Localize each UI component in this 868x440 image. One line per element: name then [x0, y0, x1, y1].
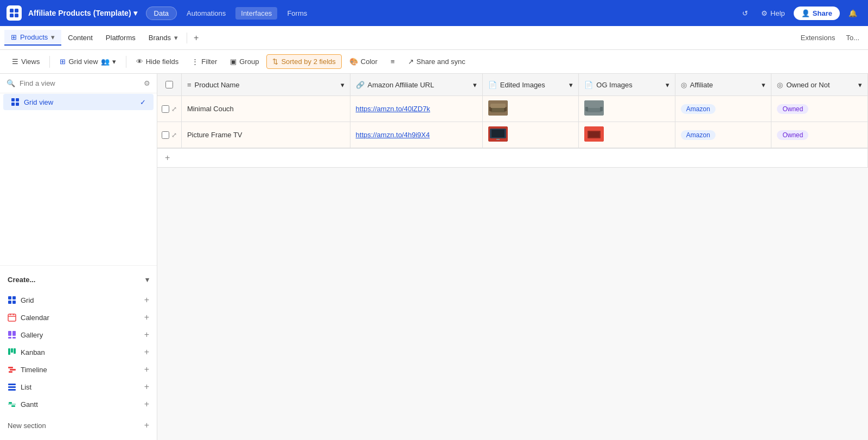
row2-edited-image[interactable] [488, 126, 508, 142]
svg-rect-3 [15, 14, 18, 17]
kanban-create-icon [8, 348, 16, 356]
create-items: Grid + Calendar + [0, 289, 157, 415]
new-section-item[interactable]: New section + [0, 415, 157, 436]
search-input[interactable] [20, 79, 139, 87]
views-button[interactable]: ☰ Views [7, 55, 45, 68]
tab-products[interactable]: ⊞ Products ▾ [4, 30, 61, 46]
color-button[interactable]: 🎨 Color [344, 55, 383, 68]
add-timeline-icon[interactable]: + [144, 365, 149, 374]
hide-fields-button[interactable]: 👁 Hide fields [131, 55, 184, 68]
owned-or-not-header[interactable]: ◎ Owned or Not ▾ [771, 74, 867, 95]
svg-rect-43 [492, 130, 505, 137]
filter-button[interactable]: ⋮ Filter [186, 55, 222, 68]
settings-icon[interactable]: ⚙ [144, 79, 150, 87]
svg-rect-6 [11, 103, 15, 106]
link-field-icon: 🔗 [356, 81, 365, 89]
select-all-input[interactable] [165, 81, 173, 88]
create-kanban-item[interactable]: Kanban + [0, 343, 157, 361]
svg-rect-10 [8, 301, 11, 304]
row1-checkbox[interactable] [162, 105, 169, 113]
row2-og-image[interactable] [584, 126, 604, 142]
help-button[interactable]: ⚙ Help [757, 7, 789, 20]
add-grid-icon[interactable]: + [144, 295, 149, 305]
svg-rect-38 [586, 108, 602, 112]
customize-icon: 👥 [101, 58, 110, 66]
notifications-button[interactable]: 🔔 [844, 7, 861, 20]
gantt-create-icon [8, 400, 16, 409]
sort-button[interactable]: ⇅ Sorted by 2 fields [266, 54, 341, 69]
forms-nav-button[interactable]: Forms [282, 7, 312, 20]
amazon-url-header[interactable]: 🔗 Amazon Affiliate URL ▾ [350, 74, 482, 95]
tab-bar: ⊞ Products ▾ Content Platforms Brands ▾ … [0, 26, 868, 50]
create-list-item[interactable]: List + [0, 378, 157, 396]
tab-platforms[interactable]: Platforms [99, 30, 142, 45]
gallery-create-icon [8, 330, 16, 339]
svg-rect-19 [12, 337, 16, 339]
row1-og-image[interactable] [584, 100, 604, 116]
row2-expand-icon[interactable]: ⤢ [171, 131, 177, 139]
share-sync-button[interactable]: ↗ Share and sync [403, 55, 471, 68]
og-images-header[interactable]: 📄 OG Images ▾ [579, 74, 675, 95]
row1-owned-badge: Owned [777, 104, 808, 114]
row1-amazon-url[interactable]: https://amzn.to/40lZD7k [356, 105, 430, 113]
affiliate-header[interactable]: ◎ Affiliate ▾ [675, 74, 771, 95]
create-calendar-item[interactable]: Calendar + [0, 309, 157, 326]
create-section[interactable]: Create... ▾ [0, 270, 157, 289]
owned-sort-icon: ▾ [858, 81, 862, 89]
toolbar-overflow-button[interactable]: To... [841, 31, 864, 44]
select-all-checkbox[interactable] [157, 81, 181, 88]
create-gantt-item[interactable]: Gantt + [0, 396, 157, 413]
color-icon: 🎨 [349, 58, 358, 66]
add-gantt-icon[interactable]: + [144, 399, 149, 409]
create-grid-item[interactable]: Grid + [0, 291, 157, 309]
row-height-icon: ≡ [391, 58, 395, 66]
table-row: ⤢ Minimal Couch https://amzn.to/40lZD7k [157, 96, 868, 122]
edited-images-sort-icon: ▾ [569, 81, 573, 89]
svg-rect-25 [9, 371, 12, 373]
add-calendar-icon[interactable]: + [144, 313, 149, 322]
row1-edited-image[interactable] [488, 100, 508, 116]
add-gallery-icon[interactable]: + [144, 330, 149, 340]
edited-images-header[interactable]: 📄 Edited Images ▾ [483, 74, 579, 95]
history-icon: ↺ [742, 9, 748, 17]
add-section-icon[interactable]: + [144, 420, 149, 430]
sidebar: 🔍 ⚙ Grid view ✓ Create... ▾ [0, 74, 157, 440]
svg-rect-16 [8, 331, 11, 336]
automations-nav-button[interactable]: Automations [181, 7, 231, 20]
svg-rect-17 [12, 331, 16, 336]
group-button[interactable]: ▣ Group [225, 55, 264, 68]
add-list-icon[interactable]: + [144, 382, 149, 392]
add-row-row: + [157, 148, 868, 168]
views-icon: ☰ [12, 58, 18, 66]
create-gallery-item[interactable]: Gallery + [0, 326, 157, 343]
svg-rect-24 [10, 369, 16, 371]
brands-dropdown-icon: ▾ [174, 34, 178, 42]
grid-view-icon: ⊞ [60, 58, 66, 66]
row2-checkbox[interactable] [162, 131, 169, 139]
tab-brands[interactable]: Brands ▾ [142, 30, 184, 45]
grid-view-button[interactable]: ⊞ Grid view 👥 ▾ [54, 55, 121, 68]
history-button[interactable]: ↺ [738, 7, 752, 20]
add-kanban-icon[interactable]: + [144, 347, 149, 357]
interfaces-nav-button[interactable]: Interfaces [235, 7, 277, 20]
share-button[interactable]: 👤 Share [794, 7, 840, 20]
app-title[interactable]: Affiliate Products (Template) ▾ [28, 9, 137, 17]
create-timeline-item[interactable]: Timeline + [0, 361, 157, 378]
data-nav-button[interactable]: Data [146, 7, 177, 20]
sidebar-item-grid-view[interactable]: Grid view ✓ [3, 94, 154, 110]
svg-rect-7 [16, 103, 19, 106]
extensions-button[interactable]: Extensions [794, 31, 842, 44]
product-name-header[interactable]: ≡ Product Name ▾ [182, 74, 350, 95]
row2-product-name: Picture Frame TV [187, 131, 242, 139]
add-row-icon: + [165, 153, 170, 163]
timeline-create-icon [8, 365, 16, 374]
row2-amazon-url[interactable]: https://amzn.to/4h9i9X4 [356, 131, 430, 139]
row1-expand-icon[interactable]: ⤢ [171, 105, 177, 113]
add-tab-button[interactable]: + [189, 31, 203, 45]
row-height-button[interactable]: ≡ [385, 55, 400, 68]
svg-rect-21 [11, 348, 13, 353]
tab-dropdown-icon: ▾ [51, 33, 55, 41]
tab-content[interactable]: Content [61, 30, 99, 45]
svg-rect-28 [8, 389, 16, 391]
add-row-button[interactable]: + [157, 148, 867, 167]
